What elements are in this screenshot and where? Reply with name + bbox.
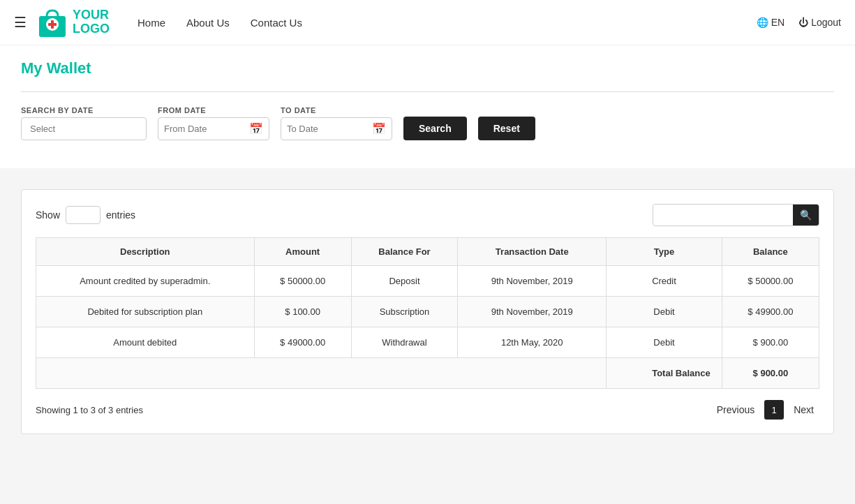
nav-about-us[interactable]: About Us [186, 17, 230, 29]
search-by-date-group: SEARCH BY DATE [21, 106, 147, 140]
from-date-group: FROM DATE 📅 [158, 106, 269, 140]
total-empty-1 [36, 358, 607, 389]
logo: YOUR LOGO [35, 5, 110, 40]
entries-input[interactable]: 10 [66, 206, 101, 224]
cell-transaction-date: 12th May, 2020 [458, 327, 607, 358]
next-button[interactable]: Next [788, 401, 819, 418]
cell-type: Debit [607, 297, 722, 327]
cell-description: Amount credited by superadmin. [36, 266, 255, 297]
nav-links: Home About Us Contact Us [137, 17, 757, 29]
page-title: My Wallet [21, 59, 834, 77]
to-date-group: TO DATE 📅 [281, 106, 392, 140]
pagination-section: Showing 1 to 3 of 3 entries Previous 1 N… [36, 400, 819, 420]
nav-home[interactable]: Home [137, 17, 165, 29]
cell-description: Debited for subscription plan [36, 297, 255, 327]
table-header: Description Amount Balance For Transacti… [36, 238, 819, 266]
search-by-date-input[interactable] [21, 117, 147, 140]
cell-amount: $ 100.00 [254, 297, 351, 327]
cell-amount: $ 49000.00 [254, 327, 351, 358]
search-by-date-label: SEARCH BY DATE [21, 106, 147, 114]
to-date-label: TO DATE [281, 106, 392, 114]
previous-button[interactable]: Previous [711, 401, 760, 418]
page-1-button[interactable]: 1 [764, 400, 784, 420]
col-transaction-date: Transaction Date [458, 238, 607, 266]
pagination-controls: Previous 1 Next [711, 400, 819, 420]
search-button[interactable]: Search [403, 117, 467, 140]
logout-button[interactable]: ⏻ Logout [798, 17, 841, 28]
table-section-bg: Show 10 entries 🔍 Description Amount Bal… [0, 168, 855, 455]
col-balance: Balance [722, 238, 819, 266]
table-search-button[interactable]: 🔍 [793, 205, 819, 225]
logo-text: YOUR LOGO [73, 8, 110, 36]
cell-balance: $ 900.00 [722, 327, 819, 358]
table-body: Amount credited by superadmin. $ 50000.0… [36, 266, 819, 389]
total-balance-value: $ 900.00 [722, 358, 819, 389]
navbar-right: 🌐 EN ⏻ Logout [757, 17, 841, 28]
cell-description: Amount debited [36, 327, 255, 358]
cell-amount: $ 50000.00 [254, 266, 351, 297]
to-date-input[interactable] [287, 124, 372, 134]
cell-type: Debit [607, 327, 722, 358]
search-icon: 🔍 [800, 209, 812, 221]
total-balance-label: Total Balance [607, 358, 722, 389]
logout-icon: ⏻ [798, 17, 808, 28]
page-wrapper: My Wallet SEARCH BY DATE FROM DATE 📅 TO … [0, 45, 855, 168]
show-label: Show [36, 209, 60, 221]
divider [21, 91, 834, 92]
from-date-input[interactable] [164, 124, 249, 134]
globe-icon: 🌐 [757, 17, 768, 28]
cell-type: Credit [607, 266, 722, 297]
cell-balance-for: Deposit [351, 266, 457, 297]
hamburger-icon[interactable]: ☰ [14, 14, 27, 31]
svg-rect-3 [48, 23, 57, 26]
data-table: Description Amount Balance For Transacti… [36, 237, 819, 389]
cell-transaction-date: 9th November, 2019 [458, 297, 607, 327]
table-controls: Show 10 entries 🔍 [36, 204, 819, 226]
show-entries: Show 10 entries [36, 206, 135, 224]
reset-button[interactable]: Reset [478, 117, 535, 140]
table-search-input[interactable] [653, 205, 793, 225]
filter-section: SEARCH BY DATE FROM DATE 📅 TO DATE 📅 Sea… [21, 106, 834, 140]
col-description: Description [36, 238, 255, 266]
col-amount: Amount [254, 238, 351, 266]
language-selector[interactable]: 🌐 EN [757, 17, 785, 28]
cell-balance: $ 50000.00 [722, 266, 819, 297]
logo-icon [35, 5, 70, 40]
table-row: Debited for subscription plan $ 100.00 S… [36, 297, 819, 327]
cell-balance: $ 49900.00 [722, 297, 819, 327]
header-row: Description Amount Balance For Transacti… [36, 238, 819, 266]
from-date-calendar-icon[interactable]: 📅 [249, 122, 263, 135]
table-row: Amount debited $ 49000.00 Withdrawal 12t… [36, 327, 819, 358]
total-row: Total Balance $ 900.00 [36, 358, 819, 389]
table-section: Show 10 entries 🔍 Description Amount Bal… [21, 189, 834, 434]
to-date-calendar-icon[interactable]: 📅 [372, 122, 386, 135]
navbar: ☰ YOUR LOGO Home About Us Contact Us 🌐 E… [0, 0, 855, 45]
nav-contact-us[interactable]: Contact Us [251, 17, 302, 29]
table-search: 🔍 [653, 204, 819, 226]
col-balance-for: Balance For [351, 238, 457, 266]
language-label: EN [771, 17, 785, 28]
from-date-label: FROM DATE [158, 106, 269, 114]
cell-transaction-date: 9th November, 2019 [458, 266, 607, 297]
table-row: Amount credited by superadmin. $ 50000.0… [36, 266, 819, 297]
cell-balance-for: Withdrawal [351, 327, 457, 358]
col-type: Type [607, 238, 722, 266]
cell-balance-for: Subscription [351, 297, 457, 327]
to-date-wrapper: 📅 [281, 117, 392, 140]
pagination-info: Showing 1 to 3 of 3 entries [36, 405, 143, 415]
from-date-wrapper: 📅 [158, 117, 269, 140]
entries-label: entries [106, 209, 135, 221]
logout-label: Logout [811, 17, 841, 28]
